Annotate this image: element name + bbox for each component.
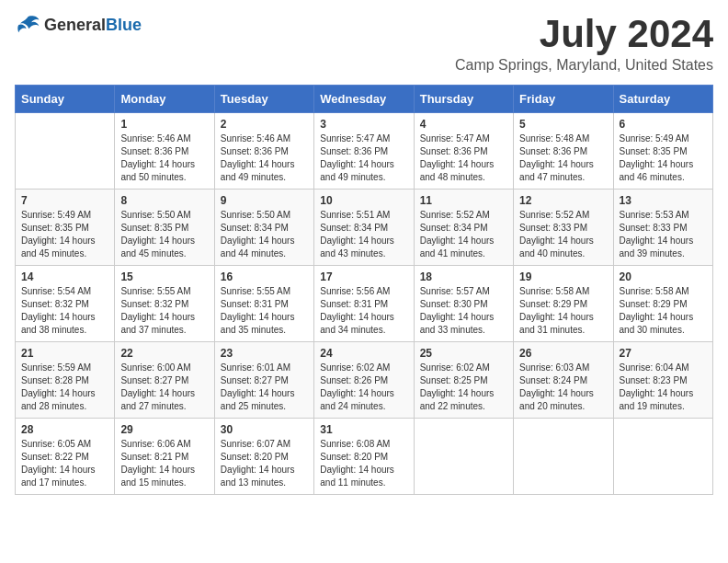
calendar-cell: 30Sunrise: 6:07 AM Sunset: 8:20 PM Dayli… [214,419,313,495]
day-info: Sunrise: 6:00 AM Sunset: 8:27 PM Dayligh… [120,362,208,413]
day-info: Sunrise: 6:01 AM Sunset: 8:27 PM Dayligh… [221,362,308,413]
day-number: 29 [120,423,208,436]
day-number: 20 [620,270,707,283]
day-number: 25 [420,347,507,360]
day-number: 16 [221,270,308,283]
calendar-week-row: 21Sunrise: 5:59 AM Sunset: 8:28 PM Dayli… [16,342,713,419]
header-day: Monday [115,86,214,113]
calendar-cell [16,113,115,190]
day-number: 6 [620,118,707,131]
calendar-cell: 8Sunrise: 5:50 AM Sunset: 8:35 PM Daylig… [115,190,214,266]
day-number: 2 [221,118,308,131]
day-number: 30 [221,423,308,436]
calendar-cell: 3Sunrise: 5:47 AM Sunset: 8:36 PM Daylig… [314,113,414,190]
calendar-cell: 6Sunrise: 5:49 AM Sunset: 8:35 PM Daylig… [613,113,712,190]
day-number: 10 [320,194,407,207]
day-number: 18 [420,270,507,283]
header-day: Sunday [16,86,115,113]
day-number: 15 [120,270,208,283]
calendar-cell: 23Sunrise: 6:01 AM Sunset: 8:27 PM Dayli… [214,342,313,419]
header-day: Tuesday [214,86,313,113]
calendar-cell: 17Sunrise: 5:56 AM Sunset: 8:31 PM Dayli… [314,266,414,342]
calendar-cell: 27Sunrise: 6:04 AM Sunset: 8:23 PM Dayli… [613,342,712,419]
title-block: July 2024 Camp Springs, Maryland, United… [455,15,713,74]
day-number: 8 [120,194,208,207]
day-info: Sunrise: 5:55 AM Sunset: 8:31 PM Dayligh… [221,285,308,337]
day-info: Sunrise: 6:08 AM Sunset: 8:20 PM Dayligh… [320,438,407,489]
header-day: Thursday [414,86,513,113]
day-number: 28 [21,423,108,436]
day-info: Sunrise: 5:49 AM Sunset: 8:35 PM Dayligh… [21,209,108,260]
day-info: Sunrise: 5:49 AM Sunset: 8:35 PM Dayligh… [620,132,707,184]
day-info: Sunrise: 6:03 AM Sunset: 8:24 PM Dayligh… [519,362,607,413]
day-info: Sunrise: 5:59 AM Sunset: 8:28 PM Dayligh… [21,362,108,413]
day-number: 11 [420,194,507,207]
day-number: 21 [21,347,108,360]
day-info: Sunrise: 5:46 AM Sunset: 8:36 PM Dayligh… [120,132,208,184]
day-info: Sunrise: 5:58 AM Sunset: 8:29 PM Dayligh… [620,285,707,337]
calendar-cell: 14Sunrise: 5:54 AM Sunset: 8:32 PM Dayli… [16,266,115,342]
day-number: 3 [320,118,407,131]
day-info: Sunrise: 6:05 AM Sunset: 8:22 PM Dayligh… [21,438,108,489]
calendar-cell: 18Sunrise: 5:57 AM Sunset: 8:30 PM Dayli… [414,266,513,342]
day-info: Sunrise: 5:50 AM Sunset: 8:34 PM Dayligh… [221,209,308,260]
page-header: GeneralBlue July 2024 Camp Springs, Mary… [15,15,713,74]
calendar-cell: 29Sunrise: 6:06 AM Sunset: 8:21 PM Dayli… [115,419,214,495]
calendar-cell: 21Sunrise: 5:59 AM Sunset: 8:28 PM Dayli… [16,342,115,419]
calendar-title: July 2024 [455,15,713,53]
day-info: Sunrise: 5:50 AM Sunset: 8:35 PM Dayligh… [120,209,208,260]
calendar-cell: 22Sunrise: 6:00 AM Sunset: 8:27 PM Dayli… [115,342,214,419]
day-number: 19 [519,270,607,283]
day-number: 23 [221,347,308,360]
calendar-week-row: 14Sunrise: 5:54 AM Sunset: 8:32 PM Dayli… [16,266,713,342]
day-number: 14 [21,270,108,283]
calendar-table: SundayMondayTuesdayWednesdayThursdayFrid… [15,85,713,495]
day-info: Sunrise: 6:02 AM Sunset: 8:26 PM Dayligh… [320,362,407,413]
calendar-cell: 10Sunrise: 5:51 AM Sunset: 8:34 PM Dayli… [314,190,414,266]
header-day: Friday [514,86,613,113]
day-number: 1 [120,118,208,131]
calendar-cell: 13Sunrise: 5:53 AM Sunset: 8:33 PM Dayli… [613,190,712,266]
calendar-cell: 2Sunrise: 5:46 AM Sunset: 8:36 PM Daylig… [214,113,313,190]
day-number: 27 [620,347,707,360]
calendar-cell: 1Sunrise: 5:46 AM Sunset: 8:36 PM Daylig… [115,113,214,190]
day-number: 22 [120,347,208,360]
day-info: Sunrise: 5:58 AM Sunset: 8:29 PM Dayligh… [519,285,607,337]
calendar-cell: 28Sunrise: 6:05 AM Sunset: 8:22 PM Dayli… [16,419,115,495]
day-number: 17 [320,270,407,283]
calendar-cell: 19Sunrise: 5:58 AM Sunset: 8:29 PM Dayli… [514,266,613,342]
day-info: Sunrise: 5:48 AM Sunset: 8:36 PM Dayligh… [519,132,607,184]
day-info: Sunrise: 5:54 AM Sunset: 8:32 PM Dayligh… [21,285,108,337]
day-info: Sunrise: 6:02 AM Sunset: 8:25 PM Dayligh… [420,362,507,413]
day-number: 4 [420,118,507,131]
header-day: Saturday [613,86,712,113]
logo-general: General [44,16,106,34]
day-info: Sunrise: 6:04 AM Sunset: 8:23 PM Dayligh… [620,362,707,413]
day-info: Sunrise: 5:57 AM Sunset: 8:30 PM Dayligh… [420,285,507,337]
calendar-cell [613,419,712,495]
day-info: Sunrise: 5:47 AM Sunset: 8:36 PM Dayligh… [420,132,507,184]
day-info: Sunrise: 5:53 AM Sunset: 8:33 PM Dayligh… [620,209,707,260]
day-info: Sunrise: 5:51 AM Sunset: 8:34 PM Dayligh… [320,209,407,260]
logo: GeneralBlue [15,15,142,35]
day-number: 7 [21,194,108,207]
calendar-cell: 5Sunrise: 5:48 AM Sunset: 8:36 PM Daylig… [514,113,613,190]
day-number: 13 [620,194,707,207]
day-number: 5 [519,118,607,131]
calendar-cell: 4Sunrise: 5:47 AM Sunset: 8:36 PM Daylig… [414,113,513,190]
calendar-cell: 24Sunrise: 6:02 AM Sunset: 8:26 PM Dayli… [314,342,414,419]
day-info: Sunrise: 5:46 AM Sunset: 8:36 PM Dayligh… [221,132,308,184]
calendar-week-row: 7Sunrise: 5:49 AM Sunset: 8:35 PM Daylig… [16,190,713,266]
calendar-cell [514,419,613,495]
day-number: 24 [320,347,407,360]
day-number: 26 [519,347,607,360]
day-info: Sunrise: 5:52 AM Sunset: 8:34 PM Dayligh… [420,209,507,260]
calendar-cell: 12Sunrise: 5:52 AM Sunset: 8:33 PM Dayli… [514,190,613,266]
calendar-cell: 25Sunrise: 6:02 AM Sunset: 8:25 PM Dayli… [414,342,513,419]
calendar-week-row: 28Sunrise: 6:05 AM Sunset: 8:22 PM Dayli… [16,419,713,495]
calendar-cell: 15Sunrise: 5:55 AM Sunset: 8:32 PM Dayli… [115,266,214,342]
day-info: Sunrise: 5:52 AM Sunset: 8:33 PM Dayligh… [519,209,607,260]
day-number: 9 [221,194,308,207]
logo-blue: Blue [106,16,142,34]
calendar-cell: 16Sunrise: 5:55 AM Sunset: 8:31 PM Dayli… [214,266,313,342]
